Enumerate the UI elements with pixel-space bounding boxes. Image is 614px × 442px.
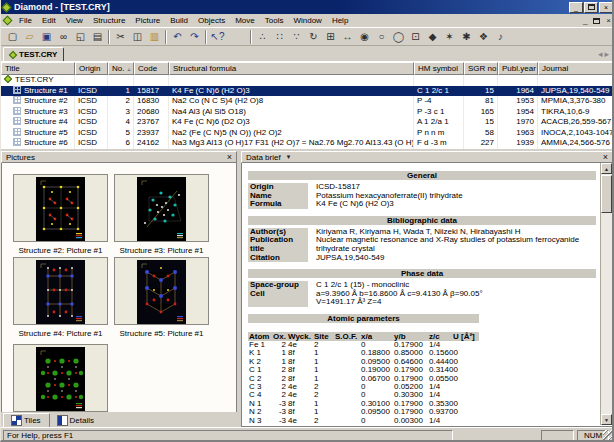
structure-row[interactable]: Structure #6 ICSD 6 24162 Na3 Mg3 Al13 (…: [1, 138, 614, 149]
structure-row[interactable]: Structure #4 ICSD 4 23767 K4 Fe (C N)6 (…: [1, 117, 614, 128]
context-help-icon[interactable]: ↖?: [209, 29, 226, 45]
column-header-hm-symbol[interactable]: HM symbol: [414, 62, 464, 75]
menu-file[interactable]: File: [14, 15, 37, 26]
copy-icon[interactable]: ◫: [129, 29, 146, 45]
menu-view[interactable]: View: [61, 15, 88, 26]
ring-search-icon[interactable]: ○: [373, 29, 390, 45]
structure-row[interactable]: Structure #1 ICSD 1 15817 K4 Fe (C N)6 (…: [1, 86, 614, 97]
structure-2-thumbnail: [36, 177, 85, 241]
document-tab-bar: TEST.CRY ◂▸: [1, 46, 614, 62]
atom-design-icon[interactable]: ◉: [356, 29, 373, 45]
menu-picture[interactable]: Picture: [130, 15, 165, 26]
resize-grip[interactable]: [603, 430, 614, 441]
picture-tile[interactable]: [13, 344, 108, 412]
menu-window[interactable]: Window: [288, 15, 326, 26]
field-cell: Cell a=9.3960 Å b=16.8600 Å c=9.4130 Å β…: [248, 290, 596, 307]
column-header-title[interactable]: Title: [1, 62, 75, 75]
toolbar-separator: [250, 30, 252, 44]
find-icon[interactable]: ∞: [55, 29, 72, 45]
packing-icon[interactable]: ⊞: [322, 29, 339, 45]
tree-root-row[interactable]: TEST.CRY: [1, 75, 614, 86]
picture-tile[interactable]: [114, 257, 209, 325]
scrollbar-thumb[interactable]: [601, 175, 612, 213]
data-brief-close-icon[interactable]: ×: [603, 153, 608, 161]
scroll-down-icon[interactable]: ▼: [601, 414, 612, 425]
picture-tile[interactable]: [13, 174, 108, 242]
data-brief-header[interactable]: Data brief ▾ ×: [241, 151, 613, 163]
menu-move[interactable]: Move: [230, 15, 260, 26]
measure-distance-icon[interactable]: ↔: [339, 29, 356, 45]
close-button[interactable]: ×: [599, 2, 613, 13]
field-publication-title: Publication title Nuclear magnetic reson…: [248, 236, 596, 253]
document-icon: [3, 16, 13, 26]
column-header-journal[interactable]: Journal: [538, 62, 614, 75]
unit-cell-icon[interactable]: ⊡: [407, 29, 424, 45]
picture-tile[interactable]: [13, 257, 108, 325]
pictures-close-icon[interactable]: ×: [227, 153, 232, 161]
structure-row[interactable]: Structure #5 ICSD 5 23937 Na2 (Fe (C N)5…: [1, 128, 614, 139]
print-icon[interactable]: ▤: [89, 29, 106, 45]
cut-icon[interactable]: ✂: [112, 29, 129, 45]
data-brief-scrollbar[interactable]: ▲ ▼: [600, 163, 612, 425]
menu-help[interactable]: Help: [327, 15, 353, 26]
menu-objects[interactable]: Objects: [193, 15, 230, 26]
column-header-no[interactable]: No.▵: [108, 62, 134, 75]
toolbar-separator: [108, 30, 110, 44]
tab-tiles[interactable]: Tiles: [3, 413, 50, 427]
child-close-button[interactable]: ×: [606, 16, 611, 25]
open-icon[interactable]: ▱: [21, 29, 38, 45]
column-header-sgr-no[interactable]: SGR no.: [464, 62, 498, 75]
paste-icon[interactable]: ▥: [146, 29, 163, 45]
column-header-origin[interactable]: Origin: [75, 62, 108, 75]
polyhedra-icon[interactable]: ◆: [424, 29, 441, 45]
section-phase-data: Phase data: [248, 269, 596, 278]
data-brief-title: Data brief: [246, 153, 281, 162]
new-icon[interactable]: ▢: [4, 29, 21, 45]
menu-structure[interactable]: Structure: [88, 15, 130, 26]
animate-icon[interactable]: ♪: [492, 29, 509, 45]
build-molecule-icon[interactable]: ∴: [254, 29, 271, 45]
app-window: Diamond - [TEST.CRY] _ × File Edit View …: [0, 0, 614, 442]
picture-tile[interactable]: [114, 174, 209, 242]
symmetry-icon[interactable]: ❖: [475, 29, 492, 45]
hbonds-icon[interactable]: ✱: [458, 29, 475, 45]
rotate-icon[interactable]: ↻: [305, 29, 322, 45]
ring-template-icon[interactable]: ◯: [390, 29, 407, 45]
restore-button[interactable]: [584, 2, 598, 13]
undo-icon[interactable]: ↶: [169, 29, 186, 45]
title-bar: Diamond - [TEST.CRY] _ ×: [1, 0, 614, 14]
atomic-parameters-table: Atom Ox. Wyck. Site S.O.F. x/a y/b z/c U…: [248, 332, 479, 426]
save-icon[interactable]: ▣: [38, 29, 55, 45]
dropdown-arrow-icon[interactable]: ▾: [287, 153, 291, 161]
tab-details[interactable]: Details: [50, 413, 102, 427]
column-header-code[interactable]: Code: [134, 62, 169, 75]
pictures-panel-header[interactable]: Pictures ×: [1, 151, 237, 163]
column-header-publ-year[interactable]: Publ.year: [498, 62, 538, 75]
structure-grid-icon: [13, 107, 21, 115]
structure-row[interactable]: Structure #3 ICSD 3 20680 Na4 Al3 (Al Si…: [1, 107, 614, 118]
atomic-row: N 4 -3 4e 2 0 0.35400 1/4: [248, 425, 479, 426]
toolbar-separator: [205, 30, 207, 44]
ellipsoids-icon[interactable]: ✶: [441, 29, 458, 45]
sort-ascending-icon: ▵: [127, 65, 130, 72]
picture-tile-label: Structure #3: Picture #1: [114, 246, 209, 255]
column-header-formula[interactable]: Structural formula: [169, 62, 414, 75]
window-title: Diamond - [TEST.CRY]: [14, 2, 568, 12]
connectivity-icon[interactable]: ∷: [271, 29, 288, 45]
child-minimize-button[interactable]: _: [583, 16, 587, 25]
atomic-rows: Fe 1 2 4e 2 0 0.17900 1/4 K 1 1: [248, 341, 479, 426]
menu-build[interactable]: Build: [165, 15, 193, 26]
structure-row[interactable]: Structure #2 ICSD 2 16830 Na2 Co (N C S)…: [1, 96, 614, 107]
menu-edit[interactable]: Edit: [37, 15, 61, 26]
redo-icon[interactable]: ↷: [186, 29, 203, 45]
tab-test-cry[interactable]: TEST.CRY: [3, 47, 64, 62]
tab-scroll-buttons[interactable]: ◂▸: [598, 49, 611, 59]
cluster-icon[interactable]: ∵: [288, 29, 305, 45]
document-icon: [9, 50, 17, 58]
minimize-button[interactable]: _: [569, 2, 583, 13]
child-restore-button[interactable]: [593, 18, 600, 24]
scroll-up-icon[interactable]: ▲: [601, 163, 612, 174]
menu-tools[interactable]: Tools: [260, 15, 289, 26]
print-preview-icon[interactable]: ◱: [72, 29, 89, 45]
tab-tiles-label: Tiles: [24, 416, 41, 425]
